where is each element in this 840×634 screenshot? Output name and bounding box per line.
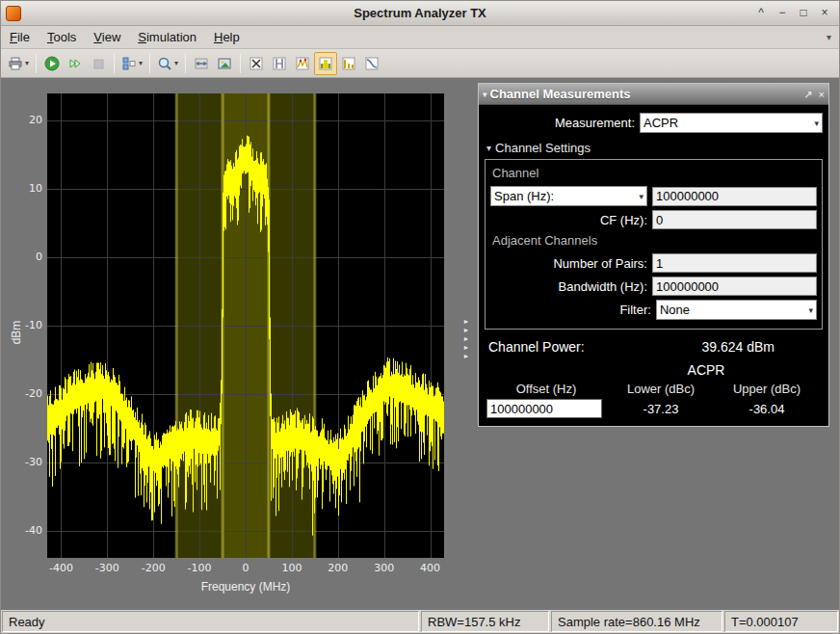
- maximize-button[interactable]: □: [795, 6, 812, 21]
- zoom-button[interactable]: ▾: [154, 52, 181, 75]
- panel-undock-icon[interactable]: ↗: [803, 88, 812, 101]
- stop-button[interactable]: [87, 52, 110, 75]
- number-of-pairs-input[interactable]: [652, 253, 817, 273]
- channel-settings-toggle[interactable]: ▾ Channel Settings: [486, 141, 823, 155]
- adjacent-channels-section-label: Adjacent Channels: [492, 233, 817, 248]
- x-tick-label: -400: [49, 562, 73, 574]
- export-dropdown-icon[interactable]: ▾: [25, 59, 29, 67]
- lower-column-header: Lower (dBc): [608, 382, 714, 396]
- panel-close-icon[interactable]: ×: [819, 88, 825, 101]
- spectrum-plot[interactable]: [47, 93, 444, 558]
- menu-bar: File Tools View Simulation Help ▾: [1, 26, 839, 49]
- ccdf-measurements-button[interactable]: [360, 52, 383, 75]
- menu-help[interactable]: Help: [205, 27, 249, 47]
- span-input[interactable]: [652, 187, 817, 206]
- spectrum-analyzer-window: Spectrum Analyzer TX ^ − □ × File Tools …: [0, 0, 840, 634]
- x-tick-label: 200: [328, 562, 348, 574]
- panel-title: Channel Measurements: [490, 87, 631, 101]
- channel-measurements-button[interactable]: [314, 52, 337, 75]
- panel-splitter[interactable]: ► ► ► ► ►: [460, 317, 472, 360]
- x-tick-label: -100: [188, 562, 212, 574]
- channel-measurements-icon: [318, 56, 333, 71]
- menu-view[interactable]: View: [85, 27, 129, 47]
- xlabel-toggle-button[interactable]: [245, 52, 268, 75]
- close-button[interactable]: ×: [816, 6, 833, 21]
- export-button[interactable]: ▾: [5, 52, 32, 75]
- status-ready: Ready: [2, 611, 419, 632]
- toolbar-separator: [149, 54, 150, 73]
- peak-finder-button[interactable]: [291, 52, 314, 75]
- status-sample-rate: Sample rate=860.16 MHz: [551, 611, 722, 632]
- menu-tools[interactable]: Tools: [39, 27, 85, 47]
- peak-finder-icon: [295, 56, 310, 71]
- measurement-label: Measurement:: [485, 116, 640, 130]
- y-tick-label: 10: [1, 182, 42, 195]
- status-rbw: RBW=157.5 kHz: [421, 611, 549, 632]
- expand-span-icon: [194, 56, 209, 71]
- x-tick-label: 400: [420, 562, 440, 574]
- step-forward-icon: [67, 56, 83, 71]
- simulation-config-button[interactable]: ▾: [118, 52, 145, 75]
- run-button[interactable]: [40, 52, 64, 75]
- offset-input[interactable]: [486, 399, 602, 418]
- bandwidth-input[interactable]: [652, 277, 817, 296]
- channel-section-label: Channel: [492, 166, 817, 180]
- number-of-pairs-label: Number of Pairs:: [490, 256, 652, 271]
- image-icon: [217, 56, 232, 71]
- y-tick-label: 0: [1, 251, 42, 263]
- upper-column-header: Upper (dBc): [714, 382, 820, 396]
- status-bar: Ready RBW=157.5 kHz Sample rate=860.16 M…: [1, 610, 839, 633]
- step-forward-button[interactable]: [64, 52, 87, 75]
- acpr-table-row: -37.23 -36.04: [485, 399, 823, 418]
- title-bar[interactable]: Spectrum Analyzer TX ^ − □ ×: [1, 1, 839, 26]
- toolbar-separator: [240, 54, 241, 73]
- cf-input[interactable]: [652, 210, 817, 229]
- minimize-button[interactable]: −: [774, 6, 791, 21]
- cf-label: CF (Hz):: [490, 213, 652, 227]
- window-title: Spectrum Analyzer TX: [1, 6, 839, 20]
- splitter-arrow-icon: ►: [463, 317, 470, 326]
- upper-dbc-value: -36.04: [714, 402, 820, 416]
- filter-label: Filter:: [490, 303, 656, 317]
- shade-button[interactable]: ^: [752, 6, 770, 21]
- app-icon: [6, 6, 21, 21]
- y-tick-label: -10: [1, 319, 42, 331]
- menu-file[interactable]: File: [1, 27, 39, 47]
- measurement-dropdown[interactable]: ACPR ▾: [640, 113, 823, 133]
- y-tick-label: -30: [1, 456, 42, 468]
- menu-overflow-icon[interactable]: ▾: [827, 32, 839, 42]
- splitter-arrow-icon: ►: [463, 343, 470, 352]
- x-axis-label: Frequency (MHz): [201, 580, 291, 594]
- splitter-arrow-icon: ►: [463, 334, 470, 343]
- distortion-measurements-button[interactable]: [337, 52, 360, 75]
- figure-area: dBm Frequency (MHz) -400-300-200-1000100…: [1, 78, 839, 610]
- x-tick-label: -200: [142, 562, 166, 574]
- magnifier-icon: [157, 56, 172, 71]
- offset-column-header: Offset (Hz): [485, 382, 608, 396]
- channel-power-value: 39.624 dBm: [702, 339, 775, 355]
- full-span-button[interactable]: [190, 52, 213, 75]
- config-dropdown-icon[interactable]: ▾: [139, 59, 143, 67]
- y-tick-label: -20: [1, 387, 42, 400]
- channel-measurements-panel: ▾ Channel Measurements ↗ × Measurement: …: [478, 83, 829, 427]
- y-tick-label: 20: [1, 114, 42, 126]
- menu-simulation[interactable]: Simulation: [129, 27, 205, 47]
- distortion-measurements-icon: [341, 56, 356, 71]
- acpr-table-title: ACPR: [610, 362, 802, 378]
- printer-icon: [8, 56, 23, 71]
- zoom-dropdown-icon[interactable]: ▾: [174, 59, 178, 67]
- cursor-measurements-icon: [272, 56, 287, 71]
- toolbar-separator: [114, 54, 115, 73]
- x-axis-label-icon: [249, 56, 264, 71]
- screenshot-button[interactable]: [213, 52, 236, 75]
- panel-collapse-icon[interactable]: ▾: [483, 90, 487, 99]
- x-tick-label: 300: [374, 562, 394, 574]
- filter-dropdown[interactable]: None ▾: [656, 300, 817, 320]
- run-icon: [44, 56, 60, 71]
- cursor-measurements-button[interactable]: [268, 52, 291, 75]
- y-tick-label: -40: [1, 524, 42, 537]
- span-mode-dropdown[interactable]: Span (Hz): ▾: [490, 186, 647, 206]
- channel-power-label: Channel Power:: [488, 339, 585, 355]
- panel-header[interactable]: ▾ Channel Measurements ↗ ×: [479, 84, 828, 105]
- span-mode-value: Span (Hz):: [494, 189, 554, 203]
